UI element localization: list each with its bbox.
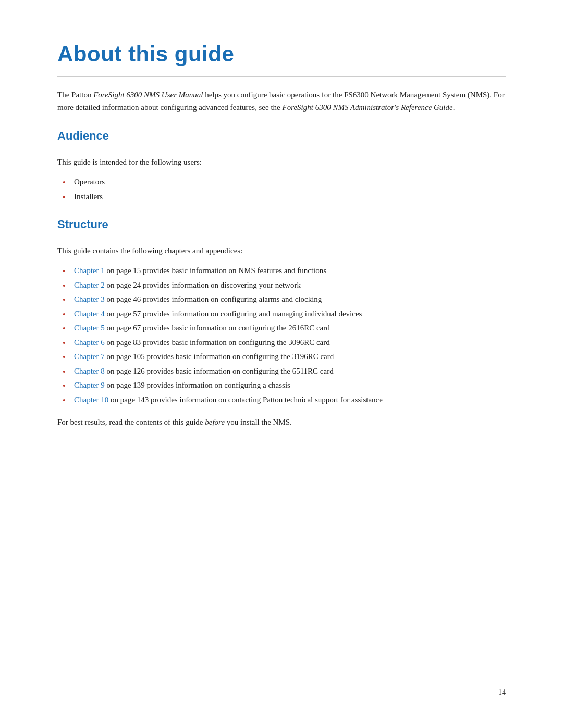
closing-italic: before — [205, 418, 225, 426]
closing-text-after: you install the NMS. — [225, 418, 292, 426]
chapter-link[interactable]: Chapter 3 — [74, 295, 105, 303]
closing-paragraph: For best results, read the contents of t… — [57, 416, 506, 428]
chapter-list-item: Chapter 2 on page 24 provides informatio… — [63, 279, 506, 292]
chapter-rest-text: on page 67 provides basic information on… — [105, 324, 330, 332]
chapter-list-item: Chapter 7 on page 105 provides basic inf… — [63, 350, 506, 364]
intro-text-before-italic: The Patton — [57, 91, 93, 99]
chapter-rest-text: on page 83 provides basic information on… — [105, 338, 330, 347]
chapter-link[interactable]: Chapter 1 — [74, 266, 105, 275]
chapter-rest-text: on page 126 provides basic information o… — [105, 367, 334, 375]
chapter-link[interactable]: Chapter 9 — [74, 381, 105, 389]
chapter-rest-text: on page 139 provides information on conf… — [105, 381, 290, 389]
chapter-list-item: Chapter 1 on page 15 provides basic info… — [63, 264, 506, 278]
chapter-link[interactable]: Chapter 8 — [74, 367, 105, 375]
audience-list: Operators Installers — [57, 176, 506, 203]
chapter-list-item: Chapter 5 on page 67 provides basic info… — [63, 322, 506, 335]
chapter-rest-text: on page 143 provides information on cont… — [108, 396, 383, 404]
chapter-rest-text: on page 105 provides basic information o… — [105, 352, 334, 361]
chapter-link[interactable]: Chapter 7 — [74, 352, 105, 361]
chapter-list-item: Chapter 8 on page 126 provides basic inf… — [63, 365, 506, 378]
audience-divider — [57, 147, 506, 147]
chapter-link[interactable]: Chapter 6 — [74, 338, 105, 347]
title-divider — [57, 76, 506, 77]
chapter-link[interactable]: Chapter 4 — [74, 310, 105, 318]
list-item-label: Operators — [74, 178, 105, 186]
audience-heading: Audience — [57, 129, 506, 143]
list-item-label: Installers — [74, 192, 103, 201]
chapters-list: Chapter 1 on page 15 provides basic info… — [57, 264, 506, 406]
list-item: Operators — [63, 176, 506, 189]
structure-heading: Structure — [57, 218, 506, 231]
page-number: 14 — [498, 688, 506, 697]
page-title: About this guide — [57, 42, 506, 67]
chapter-list-item: Chapter 9 on page 139 provides informati… — [63, 379, 506, 392]
intro-italic2: ForeSight 6300 NMS Administrator's Refer… — [283, 103, 453, 112]
chapter-link[interactable]: Chapter 2 — [74, 281, 105, 289]
chapter-link[interactable]: Chapter 5 — [74, 324, 105, 332]
chapter-rest-text: on page 57 provides information on confi… — [105, 310, 362, 318]
chapter-list-item: Chapter 4 on page 57 provides informatio… — [63, 307, 506, 321]
intro-text-after-italic2: . — [453, 103, 455, 112]
chapter-link[interactable]: Chapter 10 — [74, 396, 108, 404]
chapter-rest-text: on page 46 provides information on confi… — [105, 295, 322, 303]
audience-intro: This guide is intended for the following… — [57, 156, 506, 168]
list-item: Installers — [63, 190, 506, 204]
closing-text-before: For best results, read the contents of t… — [57, 418, 205, 426]
chapter-list-item: Chapter 6 on page 83 provides basic info… — [63, 336, 506, 350]
structure-divider — [57, 236, 506, 236]
chapter-list-item: Chapter 10 on page 143 provides informat… — [63, 393, 506, 407]
page-container: About this guide The Patton ForeSight 63… — [0, 0, 563, 728]
structure-section: Structure This guide contains the follow… — [57, 218, 506, 428]
intro-paragraph: The Patton ForeSight 6300 NMS User Manua… — [57, 89, 506, 114]
audience-section: Audience This guide is intended for the … — [57, 129, 506, 203]
chapter-rest-text: on page 15 provides basic information on… — [105, 266, 326, 275]
structure-intro: This guide contains the following chapte… — [57, 244, 506, 257]
intro-italic1: ForeSight 6300 NMS User Manual — [93, 91, 203, 99]
chapter-rest-text: on page 24 provides information on disco… — [105, 281, 301, 289]
chapter-list-item: Chapter 3 on page 46 provides informatio… — [63, 293, 506, 306]
